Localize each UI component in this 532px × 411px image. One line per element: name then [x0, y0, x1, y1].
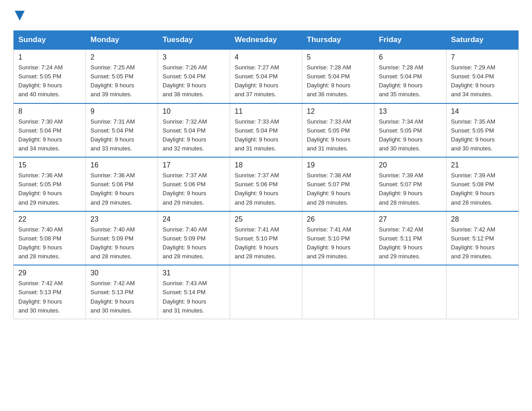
day-info: Sunrise: 7:43 AMSunset: 5:14 PMDaylight:…: [163, 280, 207, 313]
calendar-cell: 13 Sunrise: 7:34 AMSunset: 5:05 PMDaylig…: [374, 103, 446, 158]
day-info: Sunrise: 7:36 AMSunset: 5:05 PMDaylight:…: [18, 172, 63, 206]
day-number: 7: [451, 53, 514, 61]
day-number: 26: [307, 215, 369, 223]
day-number: 5: [307, 53, 369, 61]
day-number: 10: [163, 107, 225, 116]
day-number: 22: [18, 215, 81, 223]
calendar-cell: 2 Sunrise: 7:25 AMSunset: 5:05 PMDayligh…: [86, 49, 158, 103]
calendar-cell: 12 Sunrise: 7:33 AMSunset: 5:05 PMDaylig…: [302, 103, 374, 158]
calendar-week-row: 22 Sunrise: 7:40 AMSunset: 5:08 PMDaylig…: [14, 211, 519, 265]
day-number: 31: [163, 269, 225, 277]
day-number: 20: [379, 161, 442, 169]
column-header-sunday: Sunday: [14, 31, 86, 50]
day-number: 27: [379, 215, 442, 223]
day-info: Sunrise: 7:40 AMSunset: 5:09 PMDaylight:…: [90, 226, 135, 260]
day-number: 17: [163, 161, 225, 169]
day-info: Sunrise: 7:39 AMSunset: 5:07 PMDaylight:…: [379, 172, 423, 206]
calendar-cell: 11 Sunrise: 7:33 AMSunset: 5:04 PMDaylig…: [230, 103, 302, 158]
day-info: Sunrise: 7:29 AMSunset: 5:04 PMDaylight:…: [451, 64, 495, 98]
calendar-cell: 30 Sunrise: 7:42 AMSunset: 5:13 PMDaylig…: [86, 265, 158, 319]
day-info: Sunrise: 7:26 AMSunset: 5:04 PMDaylight:…: [163, 64, 207, 98]
day-info: Sunrise: 7:32 AMSunset: 5:04 PMDaylight:…: [163, 118, 207, 152]
calendar-cell: 14 Sunrise: 7:35 AMSunset: 5:05 PMDaylig…: [446, 103, 519, 158]
day-number: 16: [90, 161, 153, 169]
day-number: 9: [90, 107, 153, 116]
column-header-thursday: Thursday: [302, 31, 374, 50]
calendar-cell: [446, 265, 519, 319]
calendar-cell: 18 Sunrise: 7:37 AMSunset: 5:06 PMDaylig…: [230, 157, 302, 211]
calendar-cell: [302, 265, 374, 319]
calendar-cell: 17 Sunrise: 7:37 AMSunset: 5:06 PMDaylig…: [158, 157, 230, 211]
calendar-week-row: 1 Sunrise: 7:24 AMSunset: 5:05 PMDayligh…: [14, 49, 519, 103]
calendar-cell: 29 Sunrise: 7:42 AMSunset: 5:13 PMDaylig…: [14, 265, 86, 319]
calendar-cell: [374, 265, 446, 319]
day-info: Sunrise: 7:42 AMSunset: 5:13 PMDaylight:…: [18, 280, 63, 313]
day-number: 14: [451, 107, 514, 116]
calendar-cell: 19 Sunrise: 7:38 AMSunset: 5:07 PMDaylig…: [302, 157, 374, 211]
day-number: 18: [235, 161, 297, 169]
day-number: 12: [307, 107, 369, 116]
calendar-cell: 27 Sunrise: 7:42 AMSunset: 5:11 PMDaylig…: [374, 211, 446, 265]
calendar-cell: 6 Sunrise: 7:28 AMSunset: 5:04 PMDayligh…: [374, 49, 446, 103]
calendar-table: SundayMondayTuesdayWednesdayThursdayFrid…: [13, 30, 519, 319]
calendar-cell: 22 Sunrise: 7:40 AMSunset: 5:08 PMDaylig…: [14, 211, 86, 265]
day-info: Sunrise: 7:35 AMSunset: 5:05 PMDaylight:…: [451, 118, 495, 152]
day-number: 15: [18, 161, 81, 169]
day-info: Sunrise: 7:31 AMSunset: 5:04 PMDaylight:…: [90, 118, 135, 152]
day-info: Sunrise: 7:33 AMSunset: 5:04 PMDaylight:…: [235, 118, 279, 152]
day-number: 4: [235, 53, 297, 61]
calendar-cell: 16 Sunrise: 7:36 AMSunset: 5:06 PMDaylig…: [86, 157, 158, 211]
day-number: 6: [379, 53, 442, 61]
calendar-cell: 20 Sunrise: 7:39 AMSunset: 5:07 PMDaylig…: [374, 157, 446, 211]
column-header-saturday: Saturday: [446, 31, 519, 50]
calendar-header-row: SundayMondayTuesdayWednesdayThursdayFrid…: [14, 31, 519, 50]
day-number: 21: [451, 161, 514, 169]
calendar-cell: 28 Sunrise: 7:42 AMSunset: 5:12 PMDaylig…: [446, 211, 519, 265]
calendar-cell: 4 Sunrise: 7:27 AMSunset: 5:04 PMDayligh…: [230, 49, 302, 103]
calendar-cell: 26 Sunrise: 7:41 AMSunset: 5:10 PMDaylig…: [302, 211, 374, 265]
day-info: Sunrise: 7:42 AMSunset: 5:12 PMDaylight:…: [451, 226, 495, 260]
calendar-cell: 25 Sunrise: 7:41 AMSunset: 5:10 PMDaylig…: [230, 211, 302, 265]
svg-marker-0: [15, 11, 25, 21]
logo-icon: [15, 11, 25, 21]
calendar-week-row: 15 Sunrise: 7:36 AMSunset: 5:05 PMDaylig…: [14, 157, 519, 211]
day-number: 19: [307, 161, 369, 169]
day-info: Sunrise: 7:30 AMSunset: 5:04 PMDaylight:…: [18, 118, 63, 152]
day-info: Sunrise: 7:42 AMSunset: 5:13 PMDaylight:…: [90, 280, 135, 313]
day-number: 24: [163, 215, 225, 223]
day-info: Sunrise: 7:41 AMSunset: 5:10 PMDaylight:…: [235, 226, 279, 260]
day-info: Sunrise: 7:28 AMSunset: 5:04 PMDaylight:…: [379, 64, 423, 98]
day-info: Sunrise: 7:28 AMSunset: 5:04 PMDaylight:…: [307, 64, 351, 98]
day-number: 30: [90, 269, 153, 277]
column-header-wednesday: Wednesday: [230, 31, 302, 50]
calendar-cell: [230, 265, 302, 319]
day-info: Sunrise: 7:27 AMSunset: 5:04 PMDaylight:…: [235, 64, 279, 98]
day-number: 25: [235, 215, 297, 223]
day-info: Sunrise: 7:33 AMSunset: 5:05 PMDaylight:…: [307, 118, 351, 152]
day-number: 3: [163, 53, 225, 61]
column-header-friday: Friday: [374, 31, 446, 50]
day-info: Sunrise: 7:42 AMSunset: 5:11 PMDaylight:…: [379, 226, 423, 260]
day-info: Sunrise: 7:37 AMSunset: 5:06 PMDaylight:…: [163, 172, 207, 206]
day-number: 11: [235, 107, 297, 116]
day-info: Sunrise: 7:25 AMSunset: 5:05 PMDaylight:…: [90, 64, 135, 98]
day-number: 13: [379, 107, 442, 116]
day-number: 8: [18, 107, 81, 116]
day-info: Sunrise: 7:37 AMSunset: 5:06 PMDaylight:…: [235, 172, 279, 206]
calendar-cell: 21 Sunrise: 7:39 AMSunset: 5:08 PMDaylig…: [446, 157, 519, 211]
day-info: Sunrise: 7:40 AMSunset: 5:08 PMDaylight:…: [18, 226, 63, 260]
day-info: Sunrise: 7:24 AMSunset: 5:05 PMDaylight:…: [18, 64, 63, 98]
column-header-monday: Monday: [86, 31, 158, 50]
calendar-week-row: 29 Sunrise: 7:42 AMSunset: 5:13 PMDaylig…: [14, 265, 519, 319]
day-number: 2: [90, 53, 153, 61]
calendar-cell: 15 Sunrise: 7:36 AMSunset: 5:05 PMDaylig…: [14, 157, 86, 211]
calendar-cell: 31 Sunrise: 7:43 AMSunset: 5:14 PMDaylig…: [158, 265, 230, 319]
day-info: Sunrise: 7:39 AMSunset: 5:08 PMDaylight:…: [451, 172, 495, 206]
calendar-cell: 10 Sunrise: 7:32 AMSunset: 5:04 PMDaylig…: [158, 103, 230, 158]
calendar-cell: 1 Sunrise: 7:24 AMSunset: 5:05 PMDayligh…: [14, 49, 86, 103]
calendar-week-row: 8 Sunrise: 7:30 AMSunset: 5:04 PMDayligh…: [14, 103, 519, 158]
calendar-cell: 9 Sunrise: 7:31 AMSunset: 5:04 PMDayligh…: [86, 103, 158, 158]
day-info: Sunrise: 7:34 AMSunset: 5:05 PMDaylight:…: [379, 118, 423, 152]
page-header: [13, 9, 519, 21]
day-number: 23: [90, 215, 153, 223]
